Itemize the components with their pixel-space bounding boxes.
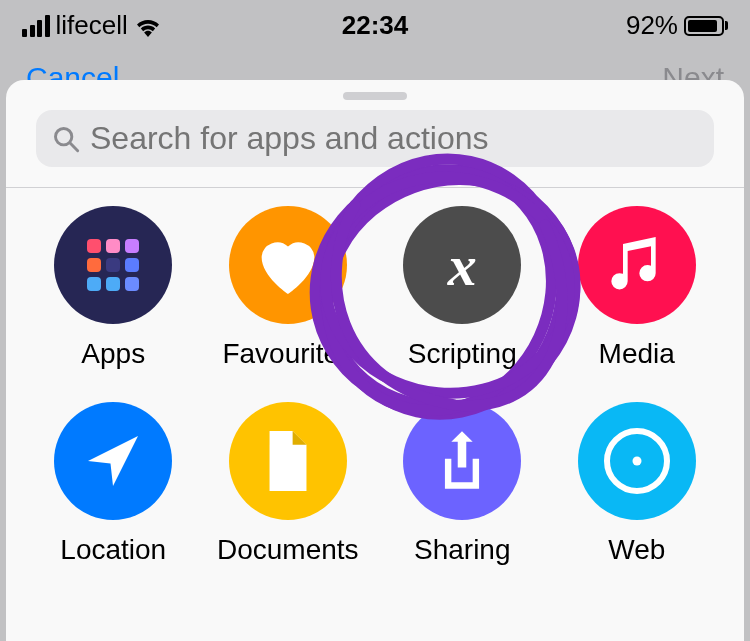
- music-icon: [578, 206, 696, 324]
- category-label: Sharing: [414, 534, 511, 566]
- category-web[interactable]: Web: [555, 402, 720, 566]
- carrier-label: lifecell: [56, 10, 128, 41]
- category-location[interactable]: Location: [31, 402, 196, 566]
- status-bar: lifecell 22:34 92%: [0, 0, 750, 47]
- category-media[interactable]: Media: [555, 206, 720, 370]
- category-label: Web: [608, 534, 665, 566]
- action-sheet: Apps Favourites x Scripting Media Locati…: [6, 80, 744, 641]
- battery-icon: [684, 16, 728, 36]
- category-scripting[interactable]: x Scripting: [380, 206, 545, 370]
- wifi-icon: [134, 15, 162, 37]
- document-icon: [229, 402, 347, 520]
- heart-icon: [229, 206, 347, 324]
- svg-point-3: [632, 457, 641, 466]
- scripting-icon: x: [403, 206, 521, 324]
- category-sharing[interactable]: Sharing: [380, 402, 545, 566]
- status-right: 92%: [626, 10, 728, 41]
- category-label: Apps: [81, 338, 145, 370]
- category-apps[interactable]: Apps: [31, 206, 196, 370]
- category-label: Documents: [217, 534, 359, 566]
- battery-percent: 92%: [626, 10, 678, 41]
- category-label: Favourites: [222, 338, 353, 370]
- signal-icon: [22, 15, 50, 37]
- category-documents[interactable]: Documents: [206, 402, 371, 566]
- location-icon: [54, 402, 172, 520]
- compass-icon: [578, 402, 696, 520]
- apps-icon: [54, 206, 172, 324]
- category-favourites[interactable]: Favourites: [206, 206, 371, 370]
- search-input[interactable]: [90, 120, 698, 157]
- category-label: Scripting: [408, 338, 517, 370]
- search-icon: [52, 125, 80, 153]
- svg-line-1: [70, 143, 78, 151]
- category-label: Media: [599, 338, 675, 370]
- search-field[interactable]: [36, 110, 714, 167]
- share-icon: [403, 402, 521, 520]
- status-left: lifecell: [22, 10, 162, 41]
- category-label: Location: [60, 534, 166, 566]
- category-grid: Apps Favourites x Scripting Media Locati…: [6, 188, 744, 566]
- sheet-grabber[interactable]: [343, 92, 407, 100]
- clock: 22:34: [342, 10, 409, 41]
